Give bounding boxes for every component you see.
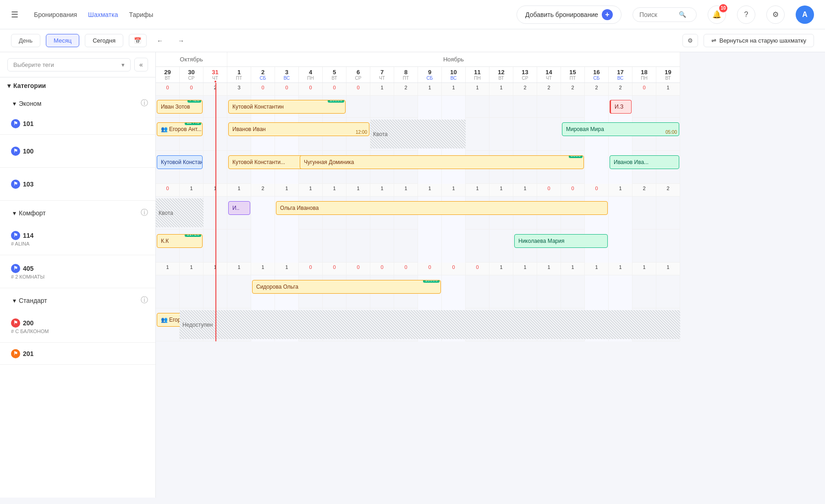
booking-bar[interactable]: К.К11720 — [157, 234, 203, 248]
calendar-cell[interactable] — [204, 96, 227, 118]
hatch-block[interactable]: Квота — [156, 198, 204, 227]
calendar-cell[interactable] — [204, 151, 227, 184]
booking-bar[interactable]: Кутовой Константин10000 — [228, 100, 346, 114]
search-input[interactable] — [639, 11, 676, 18]
calendar-cell[interactable] — [490, 275, 513, 308]
calendar-cell[interactable] — [656, 230, 680, 263]
calendar-cell[interactable] — [251, 230, 275, 263]
calendar-cell[interactable] — [490, 230, 513, 263]
room-114[interactable]: ⚑ 114 # ALINA — [0, 222, 155, 255]
add-booking-button[interactable]: Добавить бронирование + — [517, 5, 622, 24]
calendar-cell[interactable] — [251, 197, 275, 230]
notifications-button[interactable]: 🔔 10 — [708, 5, 726, 24]
calendar-cell[interactable] — [537, 118, 561, 151]
calendar-cell[interactable] — [394, 230, 418, 263]
calendar-cell[interactable] — [204, 230, 227, 263]
calendar-cell[interactable] — [442, 275, 466, 308]
view-day-button[interactable]: День — [11, 34, 40, 47]
calendar-cell[interactable] — [513, 275, 537, 308]
next-button[interactable]: → — [173, 34, 189, 47]
calendar-picker-button[interactable]: 📅 — [129, 34, 147, 47]
help-button[interactable]: ? — [737, 5, 755, 24]
calendar-cell[interactable] — [442, 96, 466, 118]
calendar-cell[interactable] — [466, 275, 490, 308]
calendar-cell[interactable] — [299, 230, 323, 263]
booking-bar[interactable]: Сидорова Ольга15000 — [252, 280, 441, 294]
calendar-cell[interactable] — [466, 96, 490, 118]
calendar-cell[interactable] — [609, 197, 632, 230]
menu-icon[interactable]: ☰ — [11, 10, 18, 20]
calendar-cell[interactable] — [585, 96, 609, 118]
room-103[interactable]: ⚑ 103 — [0, 168, 155, 201]
calendar-cell[interactable] — [513, 96, 537, 118]
calendar-cell[interactable] — [513, 118, 537, 151]
prev-button[interactable]: ← — [152, 34, 168, 47]
room-101[interactable]: ⚑ 101 — [0, 113, 155, 135]
calendar-cell[interactable] — [180, 275, 204, 308]
calendar-cell[interactable] — [204, 118, 227, 151]
calendar-cell[interactable] — [585, 275, 609, 308]
calendar-cell[interactable] — [656, 275, 680, 308]
calendar-cell[interactable] — [466, 118, 490, 151]
category-all-header[interactable]: ▾ Категории — [0, 77, 155, 94]
room-100[interactable]: ⚑ 100 — [0, 135, 155, 168]
calendar-cell[interactable] — [346, 230, 370, 263]
calendar-cell[interactable] — [609, 230, 632, 263]
calendar-cell[interactable] — [418, 96, 442, 118]
calendar-cell[interactable] — [156, 275, 180, 308]
search-box[interactable]: 🔍 — [632, 7, 697, 22]
calendar-cell[interactable] — [537, 275, 561, 308]
category-info-icon[interactable]: ⓘ — [141, 99, 148, 108]
booking-bar[interactable]: Иванов Иван12:00 — [228, 122, 369, 136]
calendar-cell[interactable] — [537, 96, 561, 118]
calendar-cell[interactable] — [632, 275, 656, 308]
booking-bar[interactable]: 👥Егоров Ант...12449 — [157, 122, 203, 136]
avatar[interactable]: А — [796, 5, 814, 24]
booking-bar[interactable]: Иван Зотов7425 — [157, 100, 203, 114]
tags-select[interactable]: Выберите теги ▾ — [7, 58, 131, 71]
booking-bar[interactable]: И.З — [610, 100, 632, 114]
calendar-cell[interactable] — [490, 96, 513, 118]
calendar-cell[interactable] — [561, 275, 585, 308]
calendar-cell[interactable] — [656, 197, 680, 230]
category-info-icon[interactable]: ⓘ — [141, 208, 148, 218]
calendar-cell[interactable] — [227, 230, 251, 263]
booking-bar[interactable]: Николаева Мария — [514, 234, 608, 248]
calendar-cell[interactable] — [323, 230, 346, 263]
calendar-cell[interactable] — [346, 96, 370, 118]
category-ekonom-header[interactable]: ▾ Эконом ⓘ — [0, 94, 155, 113]
category-info-icon[interactable]: ⓘ — [141, 296, 148, 305]
booking-bar[interactable]: Кутовой Константин — [157, 155, 203, 169]
hatch-block[interactable]: Квота — [370, 120, 466, 148]
nav-chess[interactable]: Шахматка — [83, 8, 122, 21]
nav-bookings[interactable]: Бронирования — [29, 8, 82, 21]
category-standart-header[interactable]: ▾ Стандарт ⓘ — [0, 291, 155, 310]
today-button[interactable]: Сегодня — [85, 34, 123, 47]
calendar-cell[interactable] — [632, 96, 656, 118]
calendar-cell[interactable] — [632, 230, 656, 263]
collapse-sidebar-button[interactable]: « — [134, 58, 148, 71]
calendar-cell[interactable] — [370, 96, 394, 118]
calendar-cell[interactable] — [370, 230, 394, 263]
calendar-cell[interactable] — [418, 230, 442, 263]
settings-button[interactable]: ⚙ — [766, 5, 785, 24]
calendar-cell[interactable] — [275, 230, 299, 263]
calendar-cell[interactable] — [227, 275, 251, 308]
calendar-cell[interactable] — [561, 96, 585, 118]
nav-tariffs[interactable]: Тарифы — [124, 8, 158, 21]
booking-bar[interactable]: Ольга Иванова — [276, 201, 608, 215]
hatch-block[interactable]: Недоступен — [180, 310, 680, 339]
booking-bar[interactable]: Мировая Мира05:00 — [562, 122, 679, 136]
calendar-cell[interactable] — [656, 96, 680, 118]
calendar-cell[interactable] — [442, 230, 466, 263]
calendar-cell[interactable] — [609, 275, 632, 308]
calendar-cell[interactable] — [490, 118, 513, 151]
room-201[interactable]: ⚑ 201 — [0, 343, 155, 365]
booking-bar[interactable]: Иванов Ива... — [610, 155, 679, 169]
category-comfort-header[interactable]: ▾ Комфорт ⓘ — [0, 203, 155, 222]
booking-bar[interactable]: Чугунная Доминика3000 — [300, 155, 584, 169]
calendar-cell[interactable] — [204, 197, 227, 230]
calendar-cell[interactable] — [632, 197, 656, 230]
calendar-cell[interactable] — [394, 96, 418, 118]
booking-bar[interactable]: И.. — [228, 201, 250, 215]
